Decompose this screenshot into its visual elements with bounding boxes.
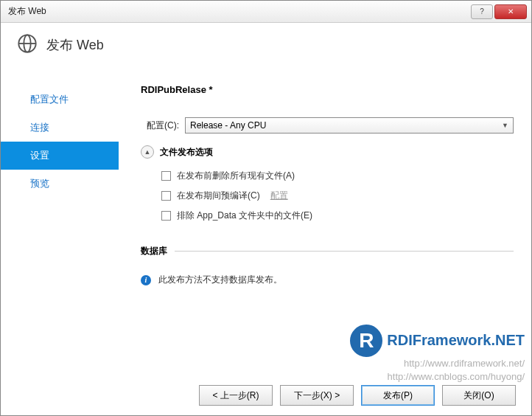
watermark-url1: http://www.rdiframework.net/ bbox=[350, 357, 525, 370]
sidebar-item-connection[interactable]: 连接 bbox=[1, 114, 119, 142]
check-delete-existing[interactable]: 在发布前删除所有现有文件(A) bbox=[161, 166, 514, 186]
help-button[interactable]: ? bbox=[471, 4, 493, 19]
check-label: 在发布期间预编译(C) bbox=[177, 190, 260, 202]
database-section-header: 数据库 bbox=[141, 245, 514, 257]
check-precompile[interactable]: 在发布期间预编译(C) 配置 bbox=[161, 186, 514, 206]
check-exclude-appdata[interactable]: 排除 App_Data 文件夹中的文件(E) bbox=[161, 206, 514, 226]
configuration-value: Release - Any CPU bbox=[190, 120, 266, 131]
watermark: R RDIFramework.NET http://www.rdiframewo… bbox=[350, 325, 525, 384]
publish-button[interactable]: 发布(P) bbox=[361, 385, 435, 406]
dialog-footer: < 上一步(R) 下一步(X) > 发布(P) 关闭(O) bbox=[199, 385, 516, 406]
previous-button[interactable]: < 上一步(R) bbox=[199, 385, 273, 406]
dialog-header: 发布 Web bbox=[1, 23, 531, 71]
checkbox-icon bbox=[161, 211, 171, 221]
configuration-select[interactable]: Release - Any CPU ▼ bbox=[185, 117, 514, 134]
file-options-header: ▲ 文件发布选项 bbox=[141, 145, 514, 159]
profile-name: RDIPubRelase * bbox=[141, 84, 514, 95]
database-title: 数据库 bbox=[141, 245, 167, 257]
chevron-down-icon: ▼ bbox=[502, 122, 508, 129]
file-options-title: 文件发布选项 bbox=[160, 146, 213, 159]
check-label: 在发布前删除所有现有文件(A) bbox=[177, 170, 295, 182]
close-button[interactable]: 关闭(O) bbox=[442, 385, 516, 406]
sidebar-item-label: 设置 bbox=[30, 150, 49, 161]
watermark-logo: R bbox=[350, 325, 382, 357]
main-panel: RDIPubRelase * 配置(C): Release - Any CPU … bbox=[119, 71, 531, 286]
sidebar-item-settings[interactable]: 设置 bbox=[1, 142, 119, 170]
window-title: 发布 Web bbox=[8, 5, 469, 18]
info-icon: i bbox=[141, 275, 151, 285]
titlebar: 发布 Web ? ✕ bbox=[1, 1, 531, 23]
dialog-title: 发布 Web bbox=[46, 36, 104, 54]
database-message: 此发布方法不支持数据库发布。 bbox=[158, 274, 282, 286]
configuration-label: 配置(C): bbox=[141, 119, 179, 132]
globe-icon bbox=[17, 33, 38, 56]
watermark-brand: RDIFramework.NET bbox=[387, 332, 525, 349]
precompile-configure-link[interactable]: 配置 bbox=[270, 190, 288, 202]
sidebar-item-profile[interactable]: 配置文件 bbox=[1, 86, 119, 114]
next-button[interactable]: 下一步(X) > bbox=[280, 385, 354, 406]
sidebar-item-preview[interactable]: 预览 bbox=[1, 170, 119, 198]
checkbox-icon bbox=[161, 171, 171, 181]
file-options-group: 在发布前删除所有现有文件(A) 在发布期间预编译(C) 配置 排除 App_Da… bbox=[161, 166, 514, 226]
content-area: 配置文件 连接 设置 预览 RDIPubRelase * 配置(C): Rele… bbox=[1, 71, 531, 286]
close-window-button[interactable]: ✕ bbox=[494, 4, 527, 19]
sidebar-item-label: 配置文件 bbox=[30, 94, 69, 105]
divider bbox=[175, 251, 514, 252]
configuration-row: 配置(C): Release - Any CPU ▼ bbox=[141, 117, 514, 134]
database-message-row: i 此发布方法不支持数据库发布。 bbox=[141, 274, 514, 286]
sidebar-item-label: 连接 bbox=[30, 122, 49, 133]
watermark-url2: http://www.cnblogs.com/huyong/ bbox=[350, 370, 525, 384]
sidebar-item-label: 预览 bbox=[30, 178, 49, 189]
wizard-sidebar: 配置文件 连接 设置 预览 bbox=[1, 71, 119, 286]
checkbox-icon bbox=[161, 191, 171, 201]
collapse-toggle[interactable]: ▲ bbox=[141, 145, 154, 159]
check-label: 排除 App_Data 文件夹中的文件(E) bbox=[177, 209, 312, 222]
